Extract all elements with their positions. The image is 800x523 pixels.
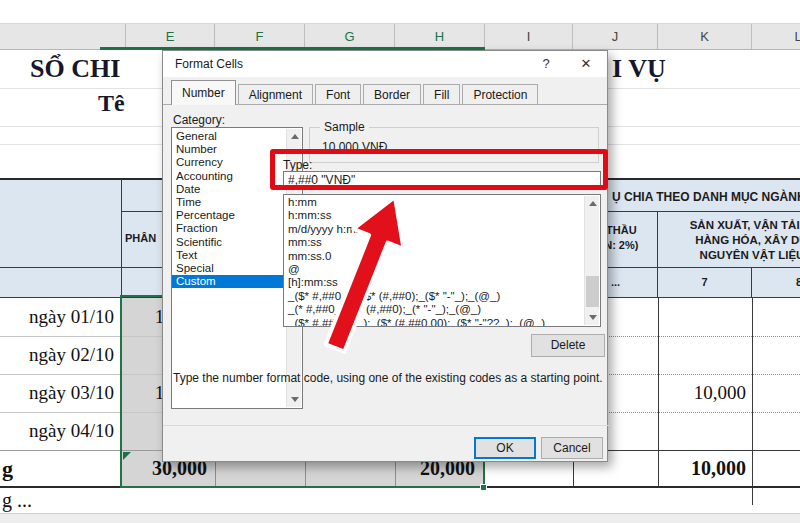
format-cells-dialog: Format Cells ? ✕ Number Alignment Font B… [162, 50, 608, 462]
format-code-option[interactable]: h:mm:ss [284, 209, 584, 222]
category-option[interactable]: Custom [172, 275, 288, 288]
column-header-i[interactable]: I [485, 24, 573, 49]
sample-groupbox: Sample 10,000 VNĐ [309, 127, 599, 163]
format-code-listbox[interactable]: h:mmh:mm:ssm/d/yyyy h:mmmm:ssmm:ss.0@[h]… [283, 194, 601, 327]
header-cell-sanxuat[interactable]: SẢN XUẤT, VẬN TẢI, D HÀNG HÓA, XÂY DỰ NG… [658, 212, 800, 268]
header-cell-sanxuat-line1: SẢN XUẤT, VẬN TẢI, D [658, 218, 800, 233]
category-option[interactable]: Time [172, 196, 288, 209]
delete-button-label: Delete [551, 338, 586, 352]
gridline-vertical [752, 298, 753, 505]
tab-fill[interactable]: Fill [423, 84, 460, 105]
delete-button[interactable]: ​Delete [531, 334, 605, 357]
tab-strip: Number Alignment Font Border Fill Protec… [171, 80, 540, 105]
category-option[interactable]: Special [172, 262, 288, 275]
footer-separator [163, 425, 609, 426]
dialog-help-text: Type the number format code, using one o… [173, 371, 605, 385]
format-code-option[interactable]: _($* #,##0.00_);_($* (#,##0.00);_($* "-"… [284, 317, 584, 326]
sample-label: Sample [320, 120, 369, 134]
category-option[interactable]: Scientific [172, 236, 288, 249]
category-option[interactable]: Text [172, 249, 288, 262]
format-code-option[interactable]: _(* #,##0_);_(* (#,##0);_(* "-"_);_(@_) [284, 303, 584, 316]
column-header-h[interactable]: H [395, 24, 485, 49]
column-header-f[interactable]: F [215, 24, 305, 49]
type-input[interactable]: #,##0 "VNĐ" [283, 171, 601, 189]
row-label-3[interactable]: ngày 03/10 [0, 374, 114, 412]
gridline [0, 374, 162, 375]
ok-button[interactable]: OK [474, 437, 536, 459]
group-header-title: Ụ CHIA THEO DANH MỤC NGÀNH [612, 190, 800, 204]
tab-border[interactable]: Border [363, 84, 421, 105]
header-cell-d[interactable] [0, 178, 122, 268]
dialog-titlebar: Format Cells ? ✕ [163, 51, 607, 77]
column-header-k[interactable]: K [658, 24, 752, 49]
scroll-up-icon[interactable] [291, 134, 299, 139]
gridline [0, 412, 162, 413]
format-code-option[interactable]: mm:ss [284, 236, 584, 249]
format-code-option[interactable]: [h]:mm:ss [284, 276, 584, 289]
help-icon[interactable]: ? [533, 53, 559, 75]
scroll-up-icon[interactable] [589, 201, 597, 206]
header-cell-sanxuat-line2: HÀNG HÓA, XÂY DỰ [658, 233, 800, 248]
category-option[interactable]: Currency [172, 156, 288, 169]
autofill-handle[interactable] [480, 484, 487, 491]
format-code-option[interactable]: _($* #,##0_);_($* (#,##0);_($* "-"_);_(@… [284, 290, 584, 303]
format-code-option[interactable]: m/d/yyyy h:mm [284, 223, 584, 236]
sheet-title-left-fragment: SỔ CHI [30, 54, 120, 84]
column-header-g[interactable]: G [305, 24, 395, 49]
format-code-scrollbar[interactable] [584, 196, 599, 325]
index-cell-d[interactable] [0, 268, 122, 298]
total-row-label-fragment[interactable]: g [2, 450, 13, 487]
dialog-title: Format Cells [175, 57, 243, 71]
close-icon[interactable]: ✕ [573, 53, 599, 75]
category-option[interactable]: Percentage [172, 209, 288, 222]
column-header-e[interactable]: E [125, 24, 215, 49]
column-header-j[interactable]: J [573, 24, 658, 49]
format-code-option[interactable]: h:mm [284, 196, 584, 209]
index-cell-7[interactable]: 7 [658, 268, 752, 298]
sheet-subtitle-fragment: Tê [98, 90, 125, 117]
selection-corner-marker [123, 452, 131, 460]
column-header-l[interactable]: L [752, 24, 800, 49]
format-code-option[interactable]: mm:ss.0 [284, 250, 584, 263]
tab-font[interactable]: Font [315, 84, 361, 105]
sheet-bottom-fragment: g ... [2, 489, 32, 512]
category-option[interactable]: Accounting [172, 170, 288, 183]
cell-k-row3[interactable]: 10,000 [658, 374, 746, 412]
sample-value: 10,000 VNĐ [322, 140, 387, 154]
sheet-title-right-fragment: I VỤ [612, 54, 666, 84]
row-label-4[interactable]: ngày 04/10 [0, 412, 114, 450]
category-option[interactable]: Date [172, 183, 288, 196]
cancel-button[interactable]: Cancel [541, 437, 603, 459]
sheet-bottom-band [0, 513, 800, 523]
scrollbar-thumb[interactable] [586, 276, 599, 307]
category-label: Category: [173, 113, 225, 127]
tab-protection[interactable]: Protection [462, 84, 538, 105]
type-label: Type: [283, 158, 312, 172]
formula-bar-area [0, 0, 800, 24]
header-cell-sanxuat-line3: NGUYÊN VẬT LIỆU [658, 248, 800, 263]
table-bottom-border [0, 486, 800, 488]
category-option[interactable]: Number [172, 143, 288, 156]
total-cell-k[interactable]: 10,000 [658, 450, 746, 487]
tab-number[interactable]: Number [171, 80, 236, 105]
tab-alignment[interactable]: Alignment [238, 84, 313, 105]
gridline [0, 336, 162, 337]
scroll-down-icon[interactable] [589, 315, 597, 320]
scroll-down-icon[interactable] [291, 397, 299, 402]
format-code-option[interactable]: @ [284, 263, 584, 276]
row-label-2[interactable]: ngày 02/10 [0, 336, 114, 374]
row-label-1[interactable]: ngày 01/10 [0, 298, 114, 336]
category-option[interactable]: Fraction [172, 222, 288, 235]
category-option[interactable]: General [172, 130, 288, 143]
index-cell-8[interactable]: 8 [752, 268, 800, 298]
